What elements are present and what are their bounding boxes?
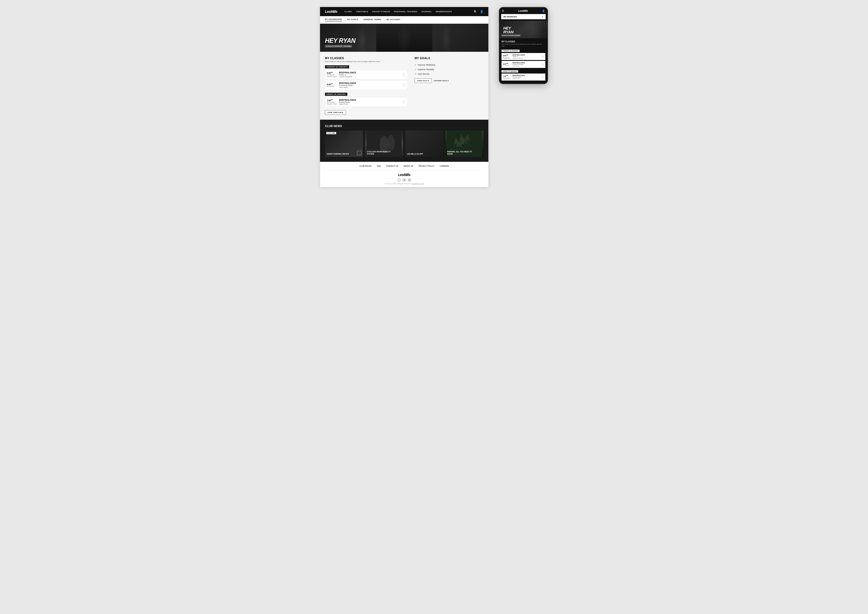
desktop-logo: LesMills [325, 10, 337, 14]
mobile-studio-1: Studio 1 [513, 56, 541, 58]
subnav-account[interactable]: MY ACCOUNT [386, 19, 400, 21]
class-studio-1: Studio 1 [339, 74, 402, 76]
loyalty-badge: LOYALTY STATUS : SILVER [325, 45, 352, 48]
my-classes-section: MY CLASSES Don't forget to cancel your b… [325, 57, 408, 115]
conditions-link[interactable]: Conditions of use [412, 183, 424, 185]
class-studio-3: Boxing Studio [339, 101, 402, 103]
footer-contact[interactable]: CONTACT US [386, 165, 398, 167]
page-wrapper: LesMills CLUBS TIMETABLE GROUP FITNESS P… [320, 7, 548, 187]
news-card-4[interactable]: PARKING, ALL YOU NEED TO KNOW [445, 131, 484, 157]
svg-point-2 [388, 135, 395, 151]
footer-club-rules[interactable]: CLUB RULES [360, 165, 372, 167]
subnav-dashboard[interactable]: MY DASHBOARD [325, 18, 342, 22]
footer-links: CLUB RULES FAQ CONTACT US ABOUT US PRIVA… [320, 162, 488, 170]
footer-bottom: LesMills f ◉ ▶ © 2020 Les Mills. All Rig… [320, 170, 488, 187]
search-icon[interactable]: 🔍 [474, 10, 477, 13]
footer-privacy[interactable]: PRIVACY POLICY [418, 165, 434, 167]
class-card-1: 8:00AM 50 minutes Popular Class BODYBALA… [325, 70, 408, 79]
mobile-remove-3[interactable]: ✕ [541, 76, 544, 78]
mobile-user-icon[interactable]: 👤 [542, 9, 545, 12]
mobile-dropdown[interactable]: My Dashboard ▼ [501, 14, 546, 19]
check-icon-2: ✓ [415, 68, 416, 71]
nav-clubs[interactable]: CLUBS [344, 11, 352, 12]
mobile-instructor-1: Lauren Oorschot [513, 58, 541, 59]
mobile-hero: HEY RYAN LOYALTY STATUS : SILVER [499, 21, 547, 38]
news-card-3[interactable]: LES MILLS NZ APP [405, 131, 443, 157]
class-duration-2: 30 minutes [327, 85, 339, 87]
mobile-type-1: Popular Class [503, 58, 513, 59]
mobile-instructor-2: Sam Jones [513, 65, 541, 67]
check-icon-3: ✓ [415, 73, 416, 75]
date-friday: FRIDAY 18 JANUARY [325, 93, 347, 96]
mobile-class-time-3: 7:00AM [503, 75, 513, 77]
mobile-remove-2[interactable]: ✕ [541, 63, 544, 66]
mobile-duration-1: 50 minutes [503, 56, 513, 58]
news-title-4: PARKING, ALL YOU NEED TO KNOW [447, 151, 476, 155]
nav-group-fitness[interactable]: GROUP FITNESS [372, 11, 390, 12]
class-info-2: BODYBALANCE Functional Studio Sam Jones [339, 82, 402, 88]
instagram-icon[interactable]: ◉ [403, 178, 406, 182]
remove-class-2[interactable]: ✕ [402, 83, 406, 87]
footer-about[interactable]: ABOUT US [403, 165, 413, 167]
remove-class-1[interactable]: ✕ [402, 73, 406, 76]
mobile-hamburger-icon[interactable]: ☰ [502, 9, 504, 12]
mobile-date-tuesday: TUESDAY 15 JANUARY [502, 50, 519, 52]
remove-class-3[interactable]: ✕ [402, 100, 406, 104]
main-content: MY CLASSES Don't forget to cancel your b… [320, 52, 488, 120]
goals-buttons: VIEW GOALS CHANGE GOALS [415, 78, 484, 83]
view-timetable-button[interactable]: VIEW TIMETABLE [325, 110, 346, 115]
class-time-2: 9:00AM [327, 83, 339, 85]
navbar: LesMills CLUBS TIMETABLE GROUP FITNESS P… [320, 7, 488, 16]
my-classes-subtitle: Don't forget to cancel your booking if y… [325, 61, 408, 62]
mobile-name-2: BODYBALANCE [513, 62, 541, 64]
goal-text-2: Improve Flexiblity [418, 68, 434, 71]
view-goals-button[interactable]: VIEW GOALS [415, 78, 432, 83]
mobile-info-1: BODYBALANCE Studio 1 Lauren Oorschot [513, 54, 541, 59]
subnav-general-terms[interactable]: GENERAL TERMS [363, 19, 381, 21]
subnav-goals[interactable]: MY GOALS [347, 19, 358, 21]
class-type-3: Popular Class [327, 103, 339, 105]
goal-text-1: Improve Wellbeing [418, 64, 435, 66]
mobile-instructor-3: Julea Cecil [513, 78, 541, 79]
facebook-icon[interactable]: f [397, 178, 400, 182]
check-icon-1: ✓ [415, 64, 416, 66]
news-title-2: CYCLE,NO-SHOW PENALTY SYSTEM [367, 151, 396, 155]
mobile-class-2: 9:00AM 30 minutes BODYBALANCE Functional… [502, 61, 546, 68]
mobile-logo: LesMills [506, 9, 540, 12]
class-card-3: 7:00AM 45 minutes Popular Class BODYBALA… [325, 97, 408, 107]
goal-item-2: ✓ Improve Flexiblity [415, 68, 484, 71]
news-card-1[interactable]: 5 OCT 2020 SMART PARKING UPDATE → [325, 131, 363, 157]
user-icon[interactable]: 👤 [480, 10, 484, 13]
nav-personal-training[interactable]: PERSONAL TRAINING [394, 11, 417, 12]
change-goals-button[interactable]: CHANGE GOALS [434, 78, 449, 83]
mobile-time-block-1: 8:00AM 50 minutes Popular Class [503, 54, 513, 59]
news-arrow-1[interactable]: → [357, 151, 361, 155]
my-goals-title: MY GOALS [415, 57, 484, 60]
footer-faq[interactable]: FAQ [377, 165, 381, 167]
my-classes-title: MY CLASSES [325, 57, 408, 60]
mobile-remove-1[interactable]: ✕ [541, 55, 544, 58]
nav-links: CLUBS TIMETABLE GROUP FITNESS PERSONAL T… [344, 11, 474, 12]
chevron-down-icon: ▼ [542, 16, 543, 18]
mobile-duration-2: 30 minutes [503, 65, 513, 66]
news-title-3: LES MILLS NZ APP [407, 153, 436, 155]
nav-journal[interactable]: JOURNAL [422, 11, 432, 12]
mobile-info-2: BODYBALANCE Functional Studio Sam Jones [513, 62, 541, 67]
nav-memberships[interactable]: MEMBERSHIPS [436, 11, 452, 12]
class-time-block-1: 8:00AM 50 minutes Popular Class [327, 72, 339, 78]
mobile-name-1: BODYBALANCE [513, 54, 541, 56]
class-time-block-2: 9:00AM 30 minutes [327, 83, 339, 87]
news-card-2[interactable]: CYCLE,NO-SHOW PENALTY SYSTEM [365, 131, 403, 157]
desktop-site: LesMills CLUBS TIMETABLE GROUP FITNESS P… [320, 7, 488, 187]
nav-icons: 🔍 👤 [474, 10, 484, 13]
mobile-navbar: ☰ LesMills 👤 [499, 8, 547, 14]
footer-copyright: © 2020 Les Mills. All Rights Reserved. C… [322, 183, 486, 185]
youtube-icon[interactable]: ▶ [408, 178, 411, 182]
class-card-2: 9:00AM 30 minutes BODYBALANCE Functional… [325, 80, 408, 90]
nav-timetable[interactable]: TIMETABLE [356, 11, 368, 12]
mobile-type-3: Popular Class [503, 78, 513, 79]
club-news-title: CLUB NEWS [325, 124, 484, 128]
mobile-class-3: 7:00AM 45 minutes Popular Class BODYBALA… [502, 73, 546, 81]
footer-careers[interactable]: CAREERS [440, 165, 449, 167]
mobile-dropdown-text: My Dashboard [504, 16, 542, 18]
